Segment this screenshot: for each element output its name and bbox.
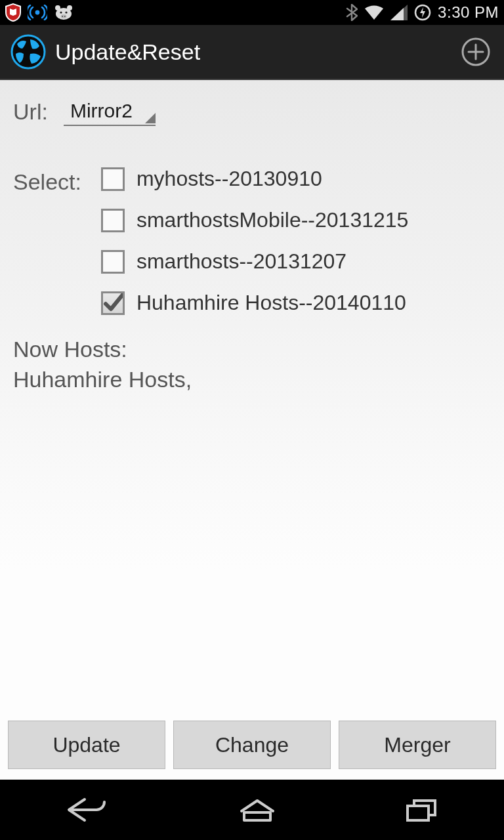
status-right-icons: 3:30 PM [346,3,499,22]
checkbox-icon [101,250,125,274]
svg-point-4 [60,11,62,13]
options-list: myhosts--20130910 smarthostsMobile--2013… [101,167,408,315]
nav-bar [0,780,504,840]
svg-point-3 [67,5,72,10]
now-hosts-value: Huhamhire Hosts, [13,365,491,395]
page-title: Update&Reset [55,39,200,65]
option-label: myhosts--20130910 [136,167,322,191]
svg-point-6 [61,14,67,18]
svg-point-2 [55,5,60,10]
back-button[interactable] [64,795,111,824]
url-spinner-value: Mirror2 [70,98,133,123]
option-myhosts[interactable]: myhosts--20130910 [101,167,408,191]
url-row: Url: Mirror2 [13,97,491,126]
status-clock: 3:30 PM [438,3,499,22]
svg-point-7 [62,16,63,17]
checkbox-icon [101,167,125,191]
cell-signal-icon [390,5,408,20]
add-button[interactable] [461,37,491,67]
option-label: smarthostsMobile--20131215 [136,208,408,232]
update-button[interactable]: Update [8,721,165,769]
select-row: Select: myhosts--20130910 smarthostsMobi… [13,167,491,315]
globe-icon [10,34,46,70]
bluetooth-icon [346,4,358,21]
select-label: Select: [13,167,81,315]
main-content: Url: Mirror2 Select: myhosts--20130910 s… [0,80,504,780]
home-button[interactable] [238,795,277,824]
svg-rect-12 [244,812,270,820]
broadcast-icon [28,5,47,20]
now-hosts-label: Now Hosts: [13,335,491,365]
svg-point-8 [64,16,66,17]
pig-icon [54,4,74,21]
change-button[interactable]: Change [173,721,331,769]
action-bar: Update&Reset [0,25,504,80]
svg-point-5 [65,11,67,13]
checkbox-icon [101,209,125,232]
status-left-icons [5,3,74,22]
option-huhamhire[interactable]: Huhamhire Hosts--20140110 [101,291,408,315]
svg-point-10 [12,35,45,68]
svg-rect-13 [408,806,429,820]
battery-circle-icon [414,4,431,21]
now-hosts: Now Hosts: Huhamhire Hosts, [13,335,491,395]
mcafee-shield-icon [5,3,21,22]
merger-button[interactable]: Merger [339,721,496,769]
chevron-down-icon [145,113,156,123]
option-label: smarthosts--20131207 [136,249,346,274]
wifi-icon [364,5,384,20]
svg-point-0 [35,10,40,15]
url-spinner[interactable]: Mirror2 [64,97,156,126]
option-label: Huhamhire Hosts--20140110 [136,291,406,315]
url-label: Url: [13,99,48,125]
option-smarthosts-mobile[interactable]: smarthostsMobile--20131215 [101,208,408,232]
recent-apps-button[interactable] [404,795,440,824]
checkbox-checked-icon [101,291,125,315]
status-bar: 3:30 PM [0,0,504,25]
option-smarthosts[interactable]: smarthosts--20131207 [101,249,408,274]
button-row: Update Change Merger [0,721,504,769]
